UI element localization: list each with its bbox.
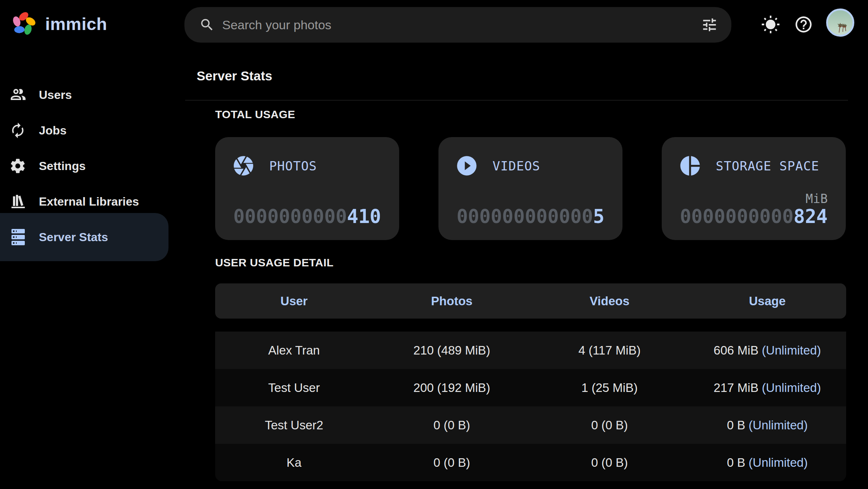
cell-user: Test User2 bbox=[215, 418, 373, 432]
pie-chart-icon bbox=[678, 154, 702, 177]
card-title: STORAGE SPACE bbox=[716, 159, 819, 173]
immich-admin-app: immich bbox=[0, 0, 868, 489]
cell-photos: 0 (0 B) bbox=[373, 418, 531, 432]
usage-table-body: Alex Tran 210 (489 MiB) 4 (117 MiB) 606 … bbox=[215, 332, 846, 481]
logo-text: immich bbox=[45, 14, 107, 34]
usage-table-header: User Photos Videos Usage bbox=[215, 283, 846, 319]
sidebar-item-server-stats[interactable]: Server Stats bbox=[0, 213, 168, 261]
column-header-usage: Usage bbox=[688, 294, 846, 308]
card-count: 0000000000824 bbox=[680, 207, 828, 227]
avatar-photo bbox=[828, 10, 852, 35]
search-bar[interactable] bbox=[184, 7, 731, 43]
immich-flower-icon bbox=[10, 10, 37, 37]
main-content: Server Stats TOTAL USAGE PHOTOS 00000000… bbox=[174, 53, 868, 489]
card-unit bbox=[457, 191, 604, 207]
cell-usage: 217 MiB (Unlimited) bbox=[688, 381, 846, 395]
sidebar-label: Server Stats bbox=[39, 230, 108, 244]
cell-user: Ka bbox=[215, 456, 373, 470]
theme-toggle-sun-icon[interactable] bbox=[761, 15, 780, 34]
cell-videos: 4 (117 MiB) bbox=[531, 343, 688, 357]
quota-badge: (Unlimited) bbox=[762, 343, 821, 357]
play-circle-icon bbox=[455, 154, 478, 177]
card-unit: MiB bbox=[680, 191, 828, 207]
cell-usage: 0 B (Unlimited) bbox=[688, 456, 846, 470]
search-filter-icon[interactable] bbox=[701, 16, 718, 33]
admin-sidebar: Users Jobs Settings External Libraries S bbox=[0, 53, 174, 489]
sidebar-item-jobs[interactable]: Jobs bbox=[0, 113, 168, 148]
quota-badge: (Unlimited) bbox=[762, 381, 821, 395]
cell-user: Test User bbox=[215, 381, 373, 395]
column-header-photos: Photos bbox=[373, 294, 531, 308]
jobs-sync-icon bbox=[9, 122, 26, 139]
card-count: 0000000000005 bbox=[457, 207, 604, 227]
photos-stat-card: PHOTOS 0000000000410 bbox=[215, 137, 399, 240]
column-header-videos: Videos bbox=[531, 294, 688, 308]
total-usage-section-label: TOTAL USAGE bbox=[215, 108, 295, 121]
user-usage-section-label: USER USAGE DETAIL bbox=[215, 256, 334, 269]
sidebar-label: Jobs bbox=[39, 124, 67, 137]
storage-stat-card: STORAGE SPACE MiB 0000000000824 bbox=[662, 137, 846, 240]
videos-stat-card: VIDEOS 0000000000005 bbox=[438, 137, 622, 240]
table-row: Test User 200 (192 MiB) 1 (25 MiB) 217 M… bbox=[215, 369, 846, 406]
page-title: Server Stats bbox=[197, 69, 272, 83]
users-icon bbox=[9, 86, 27, 104]
help-icon[interactable] bbox=[794, 15, 813, 34]
card-count: 0000000000410 bbox=[233, 207, 381, 227]
settings-gear-icon bbox=[9, 157, 26, 174]
table-row: Test User2 0 (0 B) 0 (0 B) 0 B (Unlimite… bbox=[215, 406, 846, 444]
sidebar-label: Settings bbox=[39, 159, 86, 173]
cell-photos: 200 (192 MiB) bbox=[373, 381, 531, 395]
title-divider bbox=[185, 100, 848, 100]
camera-aperture-icon bbox=[232, 154, 255, 177]
table-row: Ka 0 (0 B) 0 (0 B) 0 B (Unlimited) bbox=[215, 444, 846, 481]
user-avatar[interactable] bbox=[826, 9, 854, 37]
stats-cards-row: PHOTOS 0000000000410 VIDEOS 000000000000… bbox=[215, 137, 846, 240]
cell-usage: 0 B (Unlimited) bbox=[688, 418, 846, 432]
cell-videos: 0 (0 B) bbox=[531, 418, 688, 432]
column-header-user: User bbox=[215, 294, 373, 308]
sidebar-label: External Libraries bbox=[39, 195, 139, 209]
cell-videos: 0 (0 B) bbox=[531, 456, 688, 470]
cell-photos: 0 (0 B) bbox=[373, 456, 531, 470]
quota-badge: (Unlimited) bbox=[749, 456, 808, 469]
sidebar-label: Users bbox=[39, 88, 72, 102]
immich-logo[interactable]: immich bbox=[10, 10, 107, 37]
search-icon bbox=[199, 17, 215, 33]
cell-videos: 1 (25 MiB) bbox=[531, 381, 688, 395]
search-input[interactable] bbox=[221, 17, 701, 33]
quota-badge: (Unlimited) bbox=[749, 418, 808, 432]
card-unit bbox=[233, 191, 381, 207]
card-title: PHOTOS bbox=[269, 159, 317, 173]
cell-photos: 210 (489 MiB) bbox=[373, 343, 531, 357]
server-stack-icon bbox=[9, 228, 27, 246]
cell-usage: 606 MiB (Unlimited) bbox=[688, 343, 846, 357]
top-bar: immich bbox=[0, 0, 868, 53]
library-bookshelf-icon bbox=[9, 193, 27, 210]
sidebar-item-settings[interactable]: Settings bbox=[0, 148, 168, 184]
card-title: VIDEOS bbox=[493, 159, 540, 173]
sidebar-item-users[interactable]: Users bbox=[0, 77, 168, 113]
table-row: Alex Tran 210 (489 MiB) 4 (117 MiB) 606 … bbox=[215, 332, 846, 369]
cell-user: Alex Tran bbox=[215, 343, 373, 357]
